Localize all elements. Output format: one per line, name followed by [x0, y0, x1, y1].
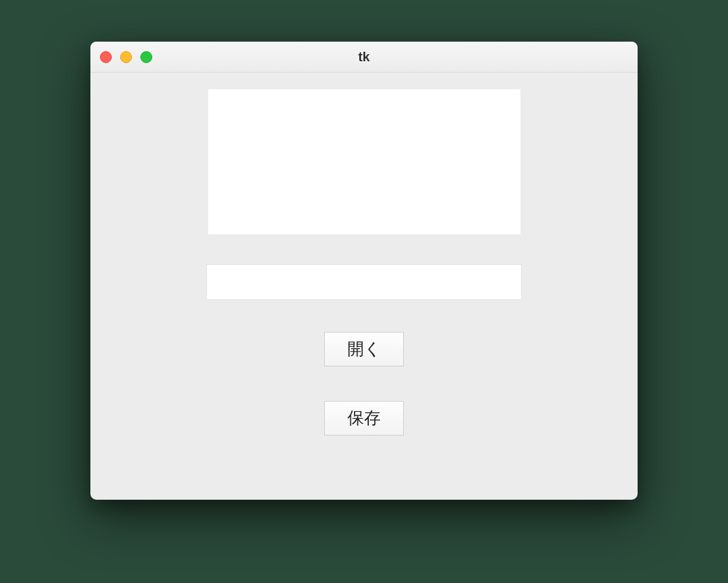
text-area[interactable] [208, 89, 520, 234]
window-title: tk [90, 49, 638, 65]
text-entry[interactable] [207, 265, 521, 299]
open-button[interactable]: 開く [324, 332, 404, 366]
app-window: tk 開く 保存 [90, 42, 638, 500]
maximize-window-button[interactable] [140, 51, 152, 63]
entry-container [206, 264, 522, 300]
window-controls [100, 51, 152, 63]
titlebar: tk [90, 42, 638, 73]
close-window-button[interactable] [100, 51, 112, 63]
minimize-window-button[interactable] [120, 51, 132, 63]
save-button[interactable]: 保存 [324, 401, 404, 435]
client-area: 開く 保存 [90, 73, 638, 500]
